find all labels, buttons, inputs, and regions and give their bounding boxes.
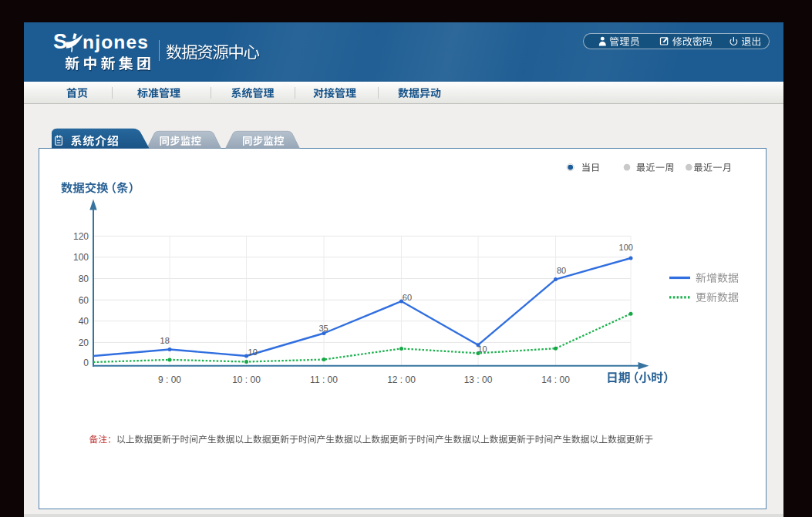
svg-text:9 : 00: 9 : 00 [158, 374, 181, 385]
svg-text:10: 10 [477, 344, 487, 354]
svg-text:13 : 00: 13 : 00 [464, 374, 493, 385]
svg-text:S: S [53, 30, 67, 53]
svg-text:11 : 00: 11 : 00 [310, 374, 338, 385]
svg-text:60: 60 [403, 293, 412, 302]
svg-text:0: 0 [83, 358, 89, 368]
svg-text:60: 60 [79, 295, 89, 306]
svg-text:14 : 00: 14 : 00 [541, 374, 570, 385]
svg-text:35: 35 [318, 324, 328, 333]
svg-text:18: 18 [160, 336, 170, 345]
svg-text:10 : 00: 10 : 00 [232, 374, 261, 385]
svg-text:120: 120 [73, 231, 89, 242]
svg-text:100: 100 [73, 252, 89, 263]
svg-text:12 : 00: 12 : 00 [387, 374, 416, 385]
svg-text:80: 80 [557, 266, 566, 275]
svg-text:20: 20 [79, 337, 89, 348]
svg-text:80: 80 [79, 274, 89, 284]
svg-text:40: 40 [79, 316, 89, 327]
svg-text:10: 10 [248, 347, 258, 357]
svg-text:njones: njones [83, 32, 149, 52]
svg-text:100: 100 [619, 243, 633, 252]
